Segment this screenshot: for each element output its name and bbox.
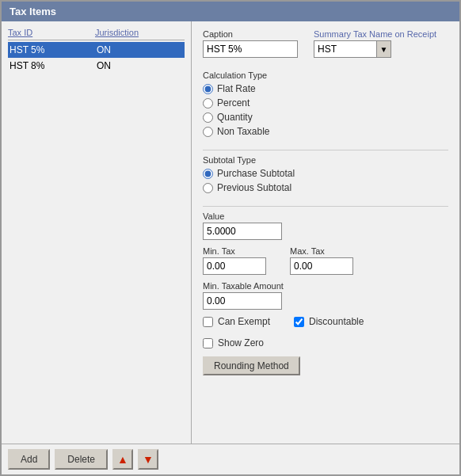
tax-list: HST 5% ON HST 8% ON [8,42,185,437]
min-taxable-group: Min. Taxable Amount [203,281,448,310]
summary-label: Summary Tax Name on Receipt [314,29,436,39]
window-title: Tax Items [10,6,56,17]
summary-group: Summary Tax Name on Receipt ▼ [314,29,436,58]
calc-quantity-label: Quantity [217,112,253,123]
calc-non-taxable-label: Non Taxable [217,126,270,137]
subtotal-previous-item: Previous Subtotal [203,182,448,193]
tax-id-cell: HST 5% [10,44,97,55]
checkbox-group-row1: Can Exempt Discountable [203,316,448,331]
min-max-row: Min. Tax Max. Tax [203,246,448,275]
show-zero-row: Show Zero [203,337,448,348]
can-exempt-label: Can Exempt [218,316,270,327]
caption-group: Caption [203,29,298,58]
calc-non-taxable-item: Non Taxable [203,126,448,137]
tax-row[interactable]: HST 5% ON [8,42,185,58]
discountable-row: Discountable [294,316,364,327]
subtotal-purchase-item: Purchase Subtotal [203,168,448,179]
right-panel: Caption Summary Tax Name on Receipt ▼ Ca… [192,21,459,444]
rounding-method-container: Rounding Method [203,356,448,375]
left-panel: Tax ID Jurisdiction HST 5% ON HST 8% ON [2,21,192,444]
content-area: Tax ID Jurisdiction HST 5% ON HST 8% ON … [2,21,459,444]
min-taxable-label: Min. Taxable Amount [203,281,448,291]
subtotal-type-group: Subtotal Type Purchase Subtotal Previous… [203,155,448,200]
calc-non-taxable-radio[interactable] [203,127,213,137]
col-header-tax-id: Tax ID [8,28,95,37]
separator-2 [203,206,448,207]
summary-select-wrapper: ▼ [314,40,436,58]
min-taxable-input[interactable] [203,292,282,310]
calc-flat-rate-radio[interactable] [203,84,213,94]
calc-type-radio-group: Flat Rate Percent Quantity Non Taxable [203,83,448,137]
tax-items-window: Tax Items Tax ID Jurisdiction HST 5% ON … [0,0,461,476]
summary-dropdown-button[interactable]: ▼ [377,40,391,58]
show-zero-checkbox[interactable] [203,338,213,348]
can-exempt-row: Can Exempt [203,316,270,327]
calc-percent-item: Percent [203,97,448,109]
move-up-icon: ▲ [117,453,128,466]
calc-type-label: Calculation Type [203,70,448,80]
min-tax-group: Min. Tax [203,246,266,275]
window-title-bar: Tax Items [2,2,459,21]
value-group: Value [203,211,448,240]
move-down-button[interactable]: ▼ [138,449,158,470]
add-button[interactable]: Add [8,449,50,470]
tax-jurisdiction-cell: ON [97,44,183,55]
min-tax-input[interactable] [203,257,266,275]
calc-quantity-radio[interactable] [203,112,213,123]
subtotal-type-label: Subtotal Type [203,155,448,165]
separator-1 [203,150,448,150]
value-label: Value [203,211,448,221]
table-header: Tax ID Jurisdiction [8,28,185,40]
move-down-icon: ▼ [143,453,154,466]
bottom-toolbar: Add Delete ▲ ▼ [2,444,459,474]
show-zero-label: Show Zero [218,337,264,348]
tax-jurisdiction-cell: ON [97,60,183,71]
summary-input[interactable] [314,40,377,58]
value-input[interactable] [203,223,282,240]
delete-button[interactable]: Delete [55,449,108,470]
col-header-jurisdiction: Jurisdiction [95,28,185,37]
rounding-method-button[interactable]: Rounding Method [203,356,300,375]
tax-row[interactable]: HST 8% ON [8,58,185,74]
tax-id-cell: HST 8% [10,60,97,71]
subtotal-radio-group: Purchase Subtotal Previous Subtotal [203,168,448,193]
move-up-button[interactable]: ▲ [112,449,133,470]
max-tax-group: Max. Tax [290,246,353,275]
calc-flat-rate-item: Flat Rate [203,83,448,94]
calc-type-group: Calculation Type Flat Rate Percent Quant… [203,70,448,143]
calc-percent-label: Percent [217,97,250,109]
discountable-checkbox[interactable] [294,317,304,327]
can-exempt-checkbox[interactable] [203,317,213,327]
caption-summary-row: Caption Summary Tax Name on Receipt ▼ [203,29,448,64]
subtotal-previous-label: Previous Subtotal [217,182,291,193]
calc-percent-radio[interactable] [203,98,213,109]
max-tax-label: Max. Tax [290,246,353,256]
caption-label: Caption [203,29,298,39]
subtotal-purchase-radio[interactable] [203,169,213,179]
calc-flat-rate-label: Flat Rate [217,83,256,94]
min-tax-label: Min. Tax [203,246,266,256]
calc-quantity-item: Quantity [203,112,448,123]
subtotal-previous-radio[interactable] [203,183,213,193]
subtotal-purchase-label: Purchase Subtotal [217,168,295,179]
max-tax-input[interactable] [290,257,353,275]
caption-input[interactable] [203,40,298,58]
discountable-label: Discountable [309,316,364,327]
